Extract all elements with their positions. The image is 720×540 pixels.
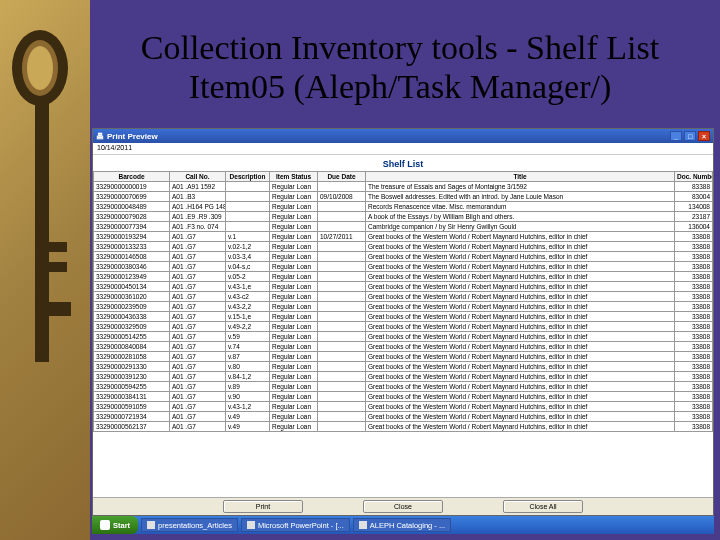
table-row[interactable]: 33290000239509A01 .G7v.43-2,2Regular Loa… bbox=[94, 302, 713, 312]
cell-title: Great books of the Western World / Rober… bbox=[366, 422, 675, 432]
cell-desc: v.43-1,2 bbox=[226, 402, 270, 412]
minimize-button[interactable]: _ bbox=[670, 131, 682, 141]
table-row[interactable]: 33290000594255A01 .G7v.89Regular LoanGre… bbox=[94, 382, 713, 392]
table-row[interactable]: 33290000000019A01 .A91 1592Regular LoanT… bbox=[94, 182, 713, 192]
close-button[interactable]: × bbox=[698, 131, 710, 141]
table-row[interactable]: 33290000450134A01 .G7v.43-1,eRegular Loa… bbox=[94, 282, 713, 292]
cell-doc: 33808 bbox=[675, 412, 713, 422]
task-label: Microsoft PowerPoint - [... bbox=[258, 521, 344, 530]
table-row[interactable]: 33290000721934A01 .G7v.49Regular LoanGre… bbox=[94, 412, 713, 422]
cell-due bbox=[318, 412, 366, 422]
table-row[interactable]: 33290000291330A01 .G7v.80Regular LoanGre… bbox=[94, 362, 713, 372]
taskbar[interactable]: Start presentations_ArticlesMicrosoft Po… bbox=[92, 516, 714, 534]
key-background bbox=[0, 0, 90, 540]
cell-desc bbox=[226, 192, 270, 202]
cell-barcode: 33290000591059 bbox=[94, 402, 170, 412]
cell-doc: 134008 bbox=[675, 202, 713, 212]
cell-due bbox=[318, 422, 366, 432]
print-button[interactable]: Print bbox=[223, 500, 303, 513]
table-row[interactable]: 33290000070699A01 .B3Regular Loan09/10/2… bbox=[94, 192, 713, 202]
cell-desc: v.59 bbox=[226, 332, 270, 342]
cell-status: Regular Loan bbox=[270, 322, 318, 332]
cell-due bbox=[318, 372, 366, 382]
cell-barcode: 33290000391230 bbox=[94, 372, 170, 382]
start-button[interactable]: Start bbox=[92, 516, 138, 534]
table-row[interactable]: 33290000384131A01 .G7v.90Regular LoanGre… bbox=[94, 392, 713, 402]
cell-status: Regular Loan bbox=[270, 232, 318, 242]
cell-doc: 23187 bbox=[675, 212, 713, 222]
app-icon bbox=[247, 521, 255, 529]
cell-status: Regular Loan bbox=[270, 192, 318, 202]
cell-title: Great books of the Western World / Rober… bbox=[366, 382, 675, 392]
table-row[interactable]: 33290000281058A01 .G7v.87Regular LoanGre… bbox=[94, 352, 713, 362]
table-row[interactable]: 33290000562137A01 .G7v.49Regular LoanGre… bbox=[94, 422, 713, 432]
cell-due bbox=[318, 342, 366, 352]
col-title: Title bbox=[366, 172, 675, 182]
col-due: Due Date bbox=[318, 172, 366, 182]
table-row[interactable]: 33290000329509A01 .G7v.49-2,2Regular Loa… bbox=[94, 322, 713, 332]
cell-call: A01 .G7 bbox=[170, 302, 226, 312]
cell-desc: v.02-1,2 bbox=[226, 242, 270, 252]
cell-barcode: 33290000594255 bbox=[94, 382, 170, 392]
cell-status: Regular Loan bbox=[270, 382, 318, 392]
cell-call: A01 .G7 bbox=[170, 382, 226, 392]
cell-doc: 33808 bbox=[675, 392, 713, 402]
cell-call: A01 .H164 PG 1489 bbox=[170, 202, 226, 212]
cell-desc: v.84-1,2 bbox=[226, 372, 270, 382]
table-row[interactable]: 33290000380346A01 .G7v.04-s,cRegular Loa… bbox=[94, 262, 713, 272]
close-all-button[interactable]: Close All bbox=[503, 500, 583, 513]
col-status: Item Status bbox=[270, 172, 318, 182]
cell-desc: v.43-1,e bbox=[226, 282, 270, 292]
table-row[interactable]: 33290000514255A01 .G7v.59Regular LoanGre… bbox=[94, 332, 713, 342]
table-row[interactable]: 33290000193294A01 .G7v.1Regular Loan10/2… bbox=[94, 232, 713, 242]
cell-doc: 33808 bbox=[675, 292, 713, 302]
app-icon bbox=[359, 521, 367, 529]
table-row[interactable]: 33290000840084A01 .G7v.74Regular LoanGre… bbox=[94, 342, 713, 352]
cell-status: Regular Loan bbox=[270, 272, 318, 282]
windows-icon bbox=[100, 520, 110, 530]
cell-status: Regular Loan bbox=[270, 422, 318, 432]
cell-barcode: 33290000193294 bbox=[94, 232, 170, 242]
cell-barcode: 33290000361020 bbox=[94, 292, 170, 302]
cell-call: A01 .G7 bbox=[170, 392, 226, 402]
cell-desc bbox=[226, 202, 270, 212]
cell-barcode: 33290000840084 bbox=[94, 342, 170, 352]
table-row[interactable]: 33290000361020A01 .G7v.43-c2Regular Loan… bbox=[94, 292, 713, 302]
cell-status: Regular Loan bbox=[270, 362, 318, 372]
window-titlebar[interactable]: 🖶 Print Preview _ □ × bbox=[93, 129, 713, 143]
cell-due bbox=[318, 262, 366, 272]
cell-title: Great books of the Western World / Rober… bbox=[366, 262, 675, 272]
cell-due bbox=[318, 302, 366, 312]
table-row[interactable]: 33290000048489A01 .H164 PG 1489Regular L… bbox=[94, 202, 713, 212]
table-row[interactable]: 33290000146508A01 .G7v.03-3,4Regular Loa… bbox=[94, 252, 713, 262]
start-label: Start bbox=[113, 521, 130, 530]
table-row[interactable]: 33290000079028A01 .E9 .R9 .309Regular Lo… bbox=[94, 212, 713, 222]
table-row[interactable]: 33290000436338A01 .G7v.15-1,eRegular Loa… bbox=[94, 312, 713, 322]
table-row[interactable]: 33290000133233A01 .G7v.02-1,2Regular Loa… bbox=[94, 242, 713, 252]
taskbar-item[interactable]: Microsoft PowerPoint - [... bbox=[241, 518, 350, 532]
cell-status: Regular Loan bbox=[270, 352, 318, 362]
cell-barcode: 33290000721934 bbox=[94, 412, 170, 422]
cell-title: Great books of the Western World / Rober… bbox=[366, 242, 675, 252]
cell-barcode: 33290000436338 bbox=[94, 312, 170, 322]
table-row[interactable]: 33290000123949A01 .G7v.05-2Regular LoanG… bbox=[94, 272, 713, 282]
cell-status: Regular Loan bbox=[270, 302, 318, 312]
cell-title: Great books of the Western World / Rober… bbox=[366, 412, 675, 422]
table-row[interactable]: 33290000391230A01 .G7v.84-1,2Regular Loa… bbox=[94, 372, 713, 382]
cell-call: A01 .G7 bbox=[170, 422, 226, 432]
cell-desc bbox=[226, 212, 270, 222]
cell-call: A01 .G7 bbox=[170, 242, 226, 252]
maximize-button[interactable]: □ bbox=[684, 131, 696, 141]
taskbar-item[interactable]: ALEPH Cataloging - ... bbox=[353, 518, 451, 532]
cell-barcode: 33290000070699 bbox=[94, 192, 170, 202]
cell-status: Regular Loan bbox=[270, 392, 318, 402]
table-row[interactable]: 33290000591059A01 .G7v.43-1,2Regular Loa… bbox=[94, 402, 713, 412]
close-button-bottom[interactable]: Close bbox=[363, 500, 443, 513]
taskbar-item[interactable]: presentations_Articles bbox=[141, 518, 238, 532]
cell-call: A01 .G7 bbox=[170, 362, 226, 372]
table-row[interactable]: 33290000077394A01 .F3 no. 074Regular Loa… bbox=[94, 222, 713, 232]
cell-doc: 33808 bbox=[675, 252, 713, 262]
cell-status: Regular Loan bbox=[270, 252, 318, 262]
cell-due bbox=[318, 322, 366, 332]
cell-doc: 33808 bbox=[675, 342, 713, 352]
